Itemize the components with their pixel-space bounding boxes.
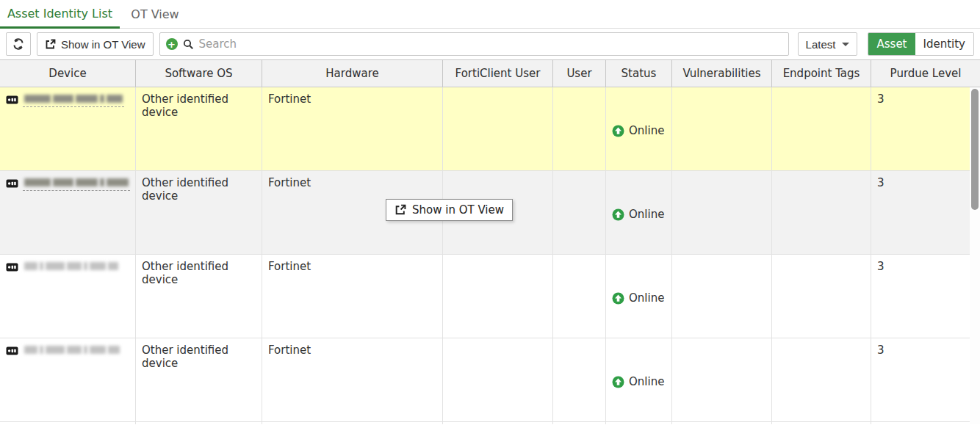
vulnerabilities-cell bbox=[672, 171, 772, 254]
device-cell[interactable] bbox=[0, 171, 136, 254]
device-name-redacted[interactable] bbox=[23, 260, 120, 275]
endpoint-tags-cell bbox=[772, 87, 871, 170]
status-label: Online bbox=[629, 124, 664, 137]
column-header-user[interactable]: User bbox=[553, 60, 606, 87]
software-os-cell: Other identified device bbox=[136, 338, 262, 421]
hardware-cell: Fortinet bbox=[262, 87, 443, 170]
latest-dropdown-label: Latest bbox=[806, 38, 836, 51]
column-header-purdue-level[interactable]: Purdue Level bbox=[871, 60, 980, 87]
asset-table: Device Software OS Hardware FortiClient … bbox=[0, 59, 980, 424]
device-cell[interactable] bbox=[0, 87, 136, 170]
status-label: Online bbox=[629, 208, 664, 221]
device-name-redacted[interactable] bbox=[23, 92, 124, 107]
user-cell bbox=[553, 87, 606, 170]
device-icon bbox=[6, 92, 18, 107]
user-cell bbox=[553, 338, 606, 421]
tab-ot-view[interactable]: OT View bbox=[120, 0, 190, 29]
refresh-button[interactable] bbox=[6, 32, 31, 56]
chevron-down-icon bbox=[842, 43, 849, 46]
add-filter-icon[interactable]: + bbox=[166, 38, 178, 50]
asset-toggle-button[interactable]: Asset bbox=[868, 33, 915, 55]
purdue-level-cell: 3 bbox=[871, 255, 980, 338]
user-cell bbox=[553, 422, 606, 424]
online-status-icon bbox=[612, 125, 624, 137]
column-header-hardware[interactable]: Hardware bbox=[262, 60, 443, 87]
status-cell: Online bbox=[606, 171, 672, 254]
show-in-ot-view-label: Show in OT View bbox=[61, 38, 145, 51]
endpoint-tags-cell bbox=[772, 255, 871, 338]
software-os-cell: Other identified device bbox=[136, 87, 262, 170]
forticlient-user-cell bbox=[443, 255, 553, 338]
search-input[interactable] bbox=[199, 37, 782, 51]
purdue-level-cell: 3 bbox=[871, 338, 980, 421]
vulnerabilities-cell bbox=[672, 338, 772, 421]
asset-toggle-label: Asset bbox=[876, 37, 907, 51]
column-header-vulnerabilities[interactable]: Vulnerabilities bbox=[672, 60, 772, 87]
table-row[interactable]: Other identified device Fortinet Online … bbox=[0, 87, 980, 171]
device-cell[interactable] bbox=[0, 338, 136, 421]
table-row[interactable] bbox=[0, 422, 980, 424]
online-status-icon bbox=[612, 292, 624, 305]
device-icon bbox=[6, 344, 18, 358]
vertical-scrollbar[interactable] bbox=[970, 87, 980, 424]
external-link-icon bbox=[45, 39, 56, 50]
status-cell: Online bbox=[606, 87, 672, 170]
device-cell bbox=[0, 422, 136, 424]
hardware-cell bbox=[262, 422, 443, 424]
identity-toggle-label: Identity bbox=[923, 37, 966, 51]
software-os-cell bbox=[136, 422, 262, 424]
toolbar: Show in OT View + Latest Asset Identity bbox=[0, 29, 980, 59]
online-status-icon bbox=[612, 208, 624, 221]
show-in-ot-view-button[interactable]: Show in OT View bbox=[37, 32, 154, 56]
status-cell: Online bbox=[606, 338, 672, 421]
search-bar[interactable]: + bbox=[159, 32, 789, 56]
vulnerabilities-cell bbox=[672, 87, 772, 170]
software-os-cell: Other identified device bbox=[136, 255, 262, 338]
table-body: Other identified device Fortinet Online … bbox=[0, 87, 980, 424]
hardware-cell: Fortinet bbox=[262, 255, 443, 338]
show-in-ot-view-tooltip[interactable]: Show in OT View bbox=[386, 199, 513, 221]
device-name-redacted[interactable] bbox=[23, 176, 130, 191]
forticlient-user-cell bbox=[443, 422, 553, 424]
status-cell bbox=[606, 422, 672, 424]
column-header-device[interactable]: Device bbox=[0, 60, 136, 87]
view-mode-toggle: Asset Identity bbox=[868, 32, 974, 56]
latest-dropdown[interactable]: Latest bbox=[798, 32, 858, 56]
purdue-level-cell bbox=[871, 422, 980, 424]
identity-toggle-button[interactable]: Identity bbox=[915, 33, 974, 55]
tab-asset-identity-list[interactable]: Asset Identity List bbox=[0, 0, 120, 29]
search-icon bbox=[183, 39, 194, 50]
online-status-icon bbox=[612, 376, 624, 388]
status-label: Online bbox=[629, 375, 664, 388]
user-cell bbox=[553, 255, 606, 338]
user-cell bbox=[553, 171, 606, 254]
tab-label: Asset Identity List bbox=[7, 7, 112, 21]
table-row[interactable]: Other identified device Fortinet Online … bbox=[0, 338, 980, 422]
forticlient-user-cell bbox=[443, 87, 553, 170]
forticlient-user-cell bbox=[443, 338, 553, 421]
scrollbar-thumb[interactable] bbox=[971, 89, 979, 210]
table-header: Device Software OS Hardware FortiClient … bbox=[0, 60, 980, 87]
software-os-cell: Other identified device bbox=[136, 171, 262, 254]
hardware-cell: Fortinet bbox=[262, 338, 443, 421]
table-row[interactable]: Other identified device Fortinet Online … bbox=[0, 255, 980, 338]
device-name-redacted[interactable] bbox=[23, 344, 121, 358]
tab-bar: Asset Identity List OT View bbox=[0, 0, 980, 29]
device-cell[interactable] bbox=[0, 255, 136, 338]
column-header-endpoint-tags[interactable]: Endpoint Tags bbox=[772, 60, 871, 87]
status-cell: Online bbox=[606, 255, 672, 338]
purdue-level-cell: 3 bbox=[871, 87, 980, 170]
refresh-icon bbox=[12, 37, 25, 51]
column-header-forticlient-user[interactable]: FortiClient User bbox=[443, 60, 553, 87]
endpoint-tags-cell bbox=[772, 422, 871, 424]
device-icon bbox=[6, 260, 18, 275]
column-header-software-os[interactable]: Software OS bbox=[136, 60, 262, 87]
status-label: Online bbox=[629, 291, 664, 305]
purdue-level-cell: 3 bbox=[871, 171, 980, 254]
toolbar-right-group: Latest Asset Identity bbox=[798, 32, 974, 56]
tooltip-label: Show in OT View bbox=[412, 203, 504, 217]
vulnerabilities-cell bbox=[672, 255, 772, 338]
column-header-status[interactable]: Status bbox=[606, 60, 672, 87]
endpoint-tags-cell bbox=[772, 171, 871, 254]
device-icon bbox=[6, 176, 18, 191]
